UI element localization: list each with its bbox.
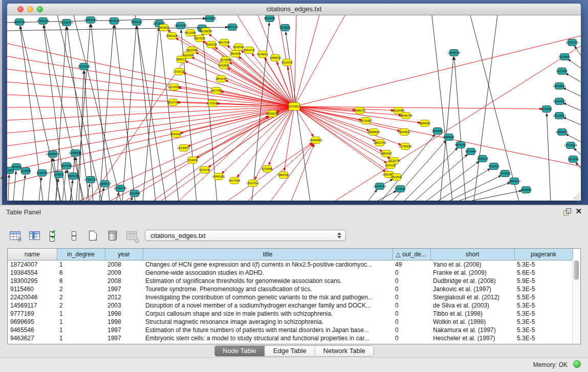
- table-row[interactable]: 1456911722003Disruption of a novel membe…: [8, 301, 573, 310]
- window-titlebar[interactable]: citations_edges.txt: [7, 4, 581, 15]
- graph-node[interactable]: 2935114: [477, 156, 488, 162]
- graph-node[interactable]: 2803144: [215, 76, 227, 82]
- graph-node[interactable]: 8912954: [185, 30, 196, 36]
- graph-node[interactable]: 8222031: [281, 59, 293, 66]
- graph-node[interactable]: 1292344: [129, 190, 140, 197]
- graph-node[interactable]: 9899695: [419, 120, 430, 127]
- graph-node[interactable]: 18724007: [288, 103, 301, 111]
- graph-node[interactable]: 17016504: [564, 142, 577, 149]
- graph-node[interactable]: 12213343: [168, 84, 181, 91]
- column-header-name[interactable]: name: [8, 249, 57, 260]
- graph-node[interactable]: 1881531: [278, 172, 289, 179]
- graph-node[interactable]: 9245652: [520, 187, 532, 193]
- table-row[interactable]: 946554611997Estimation of the future num…: [8, 326, 573, 334]
- graph-node[interactable]: 9827503: [194, 35, 205, 42]
- delete-trash-icon[interactable]: [106, 230, 119, 242]
- graph-node[interactable]: 996012: [177, 56, 186, 63]
- table-row[interactable]: 1872400712008Changes of HCN gene express…: [8, 260, 573, 269]
- graph-node[interactable]: 8813054: [264, 15, 275, 22]
- graph-node[interactable]: 391591: [7, 167, 14, 174]
- graph-node[interactable]: 1615152: [385, 162, 396, 169]
- graph-node[interactable]: 1115683: [20, 168, 31, 174]
- memory-status-indicator[interactable]: [573, 360, 581, 368]
- graph-node[interactable]: 8454743: [244, 47, 255, 54]
- graph-node[interactable]: 8215955: [541, 106, 552, 113]
- graph-node[interactable]: 19495758: [400, 113, 412, 119]
- graph-node[interactable]: 16194571: [178, 145, 190, 151]
- graph-node[interactable]: 17957223: [84, 177, 97, 183]
- graph-node[interactable]: 1527002: [108, 18, 120, 25]
- graph-node[interactable]: 2718120: [173, 69, 185, 75]
- close-panel-icon[interactable]: ✕: [575, 207, 582, 216]
- graph-node[interactable]: 9474444: [465, 148, 476, 155]
- row-height-icon[interactable]: [68, 230, 80, 242]
- table-row[interactable]: 911546021997Tourette syndrome. Phenomeno…: [8, 285, 573, 293]
- graph-node[interactable]: 9197588: [61, 163, 72, 169]
- graph-node[interactable]: 27691406: [37, 18, 50, 25]
- graph-node[interactable]: 18300295: [266, 111, 279, 117]
- graph-node[interactable]: 6466160: [131, 19, 142, 26]
- column-header-year[interactable]: year: [105, 249, 143, 260]
- graph-node[interactable]: 18226058: [200, 28, 212, 35]
- graph-node[interactable]: 9254402: [170, 131, 182, 138]
- graph-node[interactable]: 10688609: [367, 129, 380, 136]
- network-graph-canvas[interactable]: 2055721276914062039241310653287152700264…: [7, 15, 581, 201]
- graph-node[interactable]: 9884067: [381, 150, 392, 157]
- graph-node[interactable]: 18807249: [374, 140, 386, 146]
- graph-node[interactable]: 7632621: [488, 163, 499, 170]
- graph-node[interactable]: 7986372: [354, 107, 365, 114]
- graph-node[interactable]: 1733426: [395, 186, 406, 192]
- graph-node[interactable]: 9218586: [279, 25, 291, 31]
- select-visible-columns-icon[interactable]: ✔✔: [48, 230, 60, 242]
- table-row[interactable]: 946362711997Embryonic stem cells: a mode…: [8, 334, 573, 342]
- graph-node[interactable]: 18107541: [247, 180, 259, 187]
- column-header-short[interactable]: short: [430, 249, 514, 260]
- graph-node[interactable]: 6879197: [455, 142, 466, 148]
- graph-node[interactable]: 19384554: [310, 137, 322, 144]
- window-resize-grip[interactable]: [573, 193, 579, 200]
- table-row[interactable]: 977716911998Corpus callosum shape and si…: [8, 310, 573, 318]
- graph-node[interactable]: 1242757: [36, 170, 48, 177]
- column-header-in_degree[interactable]: in_degree: [57, 249, 105, 260]
- tab-node-table[interactable]: Node Table: [214, 346, 265, 356]
- graph-node[interactable]: 15751074: [566, 39, 579, 46]
- table-row[interactable]: 969969511998Structural magnetic resonanc…: [8, 318, 573, 326]
- splitter-collapse-arrow[interactable]: [1, 176, 4, 181]
- table-row[interactable]: 1938455462009Genome-wide association stu…: [8, 269, 573, 277]
- graph-node[interactable]: 8254196: [199, 167, 210, 173]
- network-view-window[interactable]: citations_edges.txt 20557212769140620392…: [7, 4, 581, 201]
- graph-node[interactable]: 16671385: [175, 23, 187, 29]
- network-table-dropdown[interactable]: citations_edges.txt: [145, 230, 346, 241]
- graph-node[interactable]: 16136141: [374, 183, 386, 190]
- graph-node[interactable]: 20206576: [47, 151, 59, 158]
- float-panel-icon[interactable]: [563, 208, 571, 215]
- graph-node[interactable]: 9545546: [233, 44, 244, 51]
- graph-node[interactable]: 9827548: [219, 39, 230, 46]
- graph-node[interactable]: 8471626: [499, 170, 511, 177]
- graph-node[interactable]: 19654923: [398, 129, 411, 136]
- graph-node[interactable]: 9417004: [229, 178, 240, 184]
- graph-node[interactable]: 20153346: [78, 63, 91, 70]
- graph-node[interactable]: 18720407: [360, 118, 373, 124]
- graph-node[interactable]: 12093832: [553, 83, 566, 90]
- table-header-row[interactable]: namein_degreeyeartitle△ out_de...shortpa…: [8, 249, 573, 260]
- graph-node[interactable]: 12444155: [553, 98, 566, 105]
- table-row[interactable]: 1830029562008Estimation of significance …: [8, 277, 573, 285]
- graph-node[interactable]: 16210643: [553, 113, 566, 119]
- graph-node[interactable]: 1167533: [568, 156, 578, 163]
- graph-node[interactable]: 2867608: [230, 51, 241, 57]
- graph-node[interactable]: 114519: [54, 171, 63, 178]
- graph-node[interactable]: 7463822: [158, 25, 169, 31]
- graph-node[interactable]: 1505135: [68, 173, 79, 180]
- graph-node[interactable]: 16958107: [99, 181, 112, 187]
- create-table-icon[interactable]: [87, 230, 99, 242]
- table-row[interactable]: 2242004622012Investigating the contribut…: [8, 293, 573, 301]
- graph-node[interactable]: 1588520: [270, 55, 281, 61]
- graph-node[interactable]: 9242848: [218, 62, 229, 69]
- tab-network-table[interactable]: Network Table: [315, 346, 374, 356]
- vertical-scrollbar[interactable]: [572, 259, 580, 344]
- graph-node[interactable]: 9170041: [207, 100, 218, 107]
- graph-node[interactable]: 8427552: [211, 87, 222, 94]
- graph-node[interactable]: 20392413: [60, 19, 73, 26]
- scrollbar-thumb[interactable]: [574, 260, 579, 280]
